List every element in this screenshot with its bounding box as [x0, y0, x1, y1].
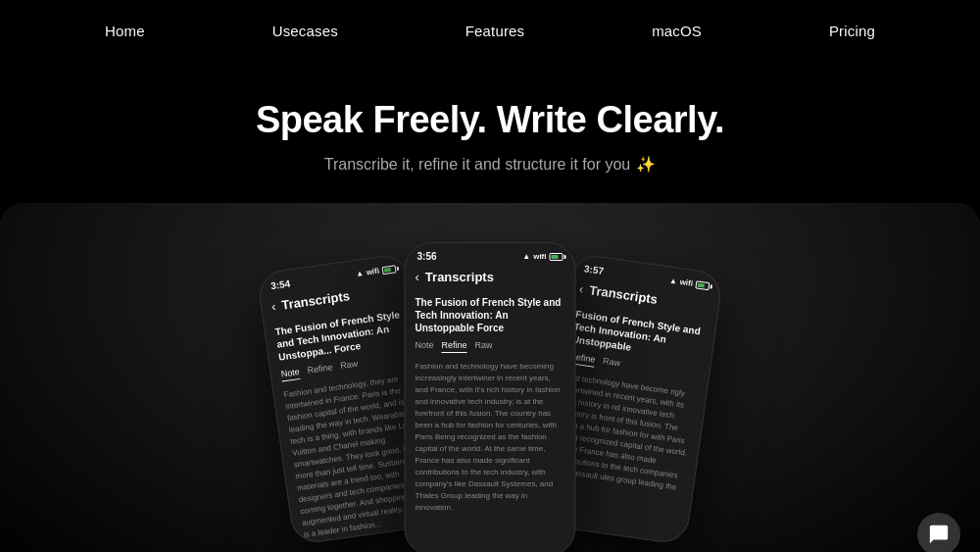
signal-icon: ▲	[355, 269, 364, 278]
battery-icon-right	[695, 280, 710, 290]
phone-center-article-title: The Fusion of French Style and Tech Inno…	[416, 296, 565, 334]
back-arrow-right-icon: ‹	[578, 281, 584, 296]
phone-center-content: The Fusion of French Style and Tech Inno…	[406, 290, 575, 520]
nav-item-macos[interactable]: macOS	[588, 23, 765, 39]
chat-button[interactable]	[917, 513, 960, 552]
phone-center-header-title: Transcripts	[425, 270, 494, 284]
chat-icon	[928, 524, 950, 545]
phone-left-time: 3:54	[270, 277, 290, 291]
nav-item-pricing[interactable]: Pricing	[765, 23, 939, 39]
nav-item-features[interactable]: Features	[402, 23, 588, 39]
tab-refine[interactable]: Refine	[307, 362, 334, 377]
hero-title: Speak Freely. Write Clearly.	[256, 99, 724, 141]
phone-center-statusbar: 3:56 ▲ wifi	[406, 243, 575, 266]
nav-item-home[interactable]: Home	[41, 23, 209, 39]
phone-center-header: ‹ Transcripts	[406, 266, 575, 290]
phone-right-header-title: Transcripts	[588, 282, 658, 307]
signal-icon-center: ▲	[522, 252, 530, 261]
navigation: Home Usecases Features macOS Pricing	[0, 0, 980, 62]
hero-section: Speak Freely. Write Clearly. Transcribe …	[0, 62, 980, 174]
wifi-icon-right: wifi	[679, 277, 693, 288]
tab-raw-right[interactable]: Raw	[602, 356, 621, 371]
phone-center: 3:56 ▲ wifi ‹ Transcripts The Fusion of …	[405, 242, 576, 552]
phone-center-time: 3:56	[417, 251, 437, 262]
sparkle-icon: ✨	[636, 155, 656, 174]
back-arrow-icon: ‹	[270, 299, 276, 314]
tab-note-center[interactable]: Note	[416, 340, 434, 353]
tab-raw[interactable]: Raw	[340, 359, 360, 374]
tab-note[interactable]: Note	[280, 367, 301, 382]
signal-icon-right: ▲	[668, 276, 677, 285]
tab-raw-center[interactable]: Raw	[475, 340, 493, 353]
wifi-icon: wifi	[366, 267, 379, 277]
phone-center-body: Fashion and technology have becoming inc…	[416, 361, 565, 514]
phone-right-time: 3:57	[583, 263, 604, 276]
status-icons-left: ▲ wifi	[355, 264, 396, 278]
phone-center-tabs: Note Refine Raw	[416, 340, 565, 353]
battery-icon	[381, 265, 396, 275]
status-icons-center: ▲ wifi	[522, 252, 563, 261]
hero-subtitle-text: Transcribe it, refine it and structure i…	[324, 156, 630, 174]
back-arrow-center-icon: ‹	[416, 270, 419, 284]
nav-item-usecases[interactable]: Usecases	[209, 23, 402, 39]
status-icons-right: ▲ wifi	[668, 276, 710, 290]
wifi-icon-center: wifi	[533, 252, 546, 261]
hero-subtitle: Transcribe it, refine it and structure i…	[324, 155, 656, 174]
battery-icon-center	[550, 253, 564, 261]
phone-showcase: 3:54 ▲ wifi ‹ Transcripts The Fusion of …	[0, 203, 980, 552]
tab-refine-center[interactable]: Refine	[442, 340, 467, 353]
phone-left-header-title: Transcripts	[280, 288, 350, 313]
